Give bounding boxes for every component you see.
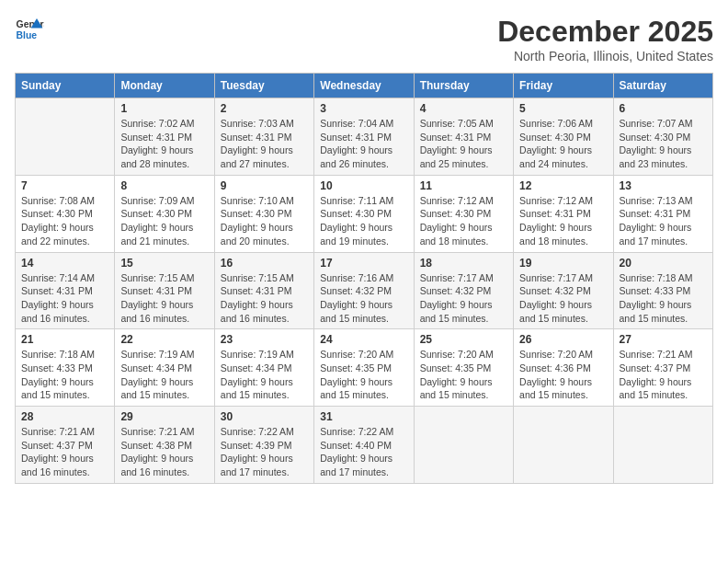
day-number: 2 xyxy=(221,102,308,115)
day-info: Sunrise: 7:20 AMSunset: 4:35 PMDaylight:… xyxy=(320,348,407,402)
logo-icon: General Blue xyxy=(15,15,44,44)
calendar-cell: 24 Sunrise: 7:20 AMSunset: 4:35 PMDaylig… xyxy=(314,329,414,407)
calendar-cell: 25 Sunrise: 7:20 AMSunset: 4:35 PMDaylig… xyxy=(414,329,513,407)
day-number: 29 xyxy=(120,410,208,423)
day-number: 15 xyxy=(120,257,208,270)
day-info: Sunrise: 7:02 AMSunset: 4:31 PMDaylight:… xyxy=(120,117,208,171)
day-info: Sunrise: 7:09 AMSunset: 4:30 PMDaylight:… xyxy=(120,194,208,248)
calendar-cell: 4 Sunrise: 7:05 AMSunset: 4:31 PMDayligh… xyxy=(414,98,513,176)
day-info: Sunrise: 7:21 AMSunset: 4:37 PMDaylight:… xyxy=(21,425,108,479)
day-number: 6 xyxy=(620,102,707,115)
svg-text:Blue: Blue xyxy=(17,30,38,40)
col-saturday: Saturday xyxy=(613,74,712,98)
day-info: Sunrise: 7:14 AMSunset: 4:31 PMDaylight:… xyxy=(21,271,108,326)
col-wednesday: Wednesday xyxy=(314,74,414,98)
day-number: 7 xyxy=(21,179,108,192)
day-number: 13 xyxy=(620,179,707,192)
calendar-cell: 14 Sunrise: 7:14 AMSunset: 4:31 PMDaylig… xyxy=(16,252,115,329)
title-section: December 2025 North Peoria, Illinois, Un… xyxy=(497,15,713,63)
day-number: 4 xyxy=(420,102,507,115)
day-info: Sunrise: 7:20 AMSunset: 4:35 PMDaylight:… xyxy=(420,348,507,402)
day-number: 17 xyxy=(320,257,407,270)
day-number: 5 xyxy=(519,102,607,115)
calendar-table: Sunday Monday Tuesday Wednesday Thursday… xyxy=(15,73,713,484)
day-info: Sunrise: 7:10 AMSunset: 4:30 PMDaylight:… xyxy=(221,194,308,248)
calendar-cell: 30 Sunrise: 7:22 AMSunset: 4:39 PMDaylig… xyxy=(214,407,313,484)
day-info: Sunrise: 7:15 AMSunset: 4:31 PMDaylight:… xyxy=(120,271,208,326)
day-number: 9 xyxy=(221,179,308,192)
day-info: Sunrise: 7:22 AMSunset: 4:40 PMDaylight:… xyxy=(320,425,407,479)
calendar-cell: 31 Sunrise: 7:22 AMSunset: 4:40 PMDaylig… xyxy=(314,407,414,484)
day-info: Sunrise: 7:19 AMSunset: 4:34 PMDaylight:… xyxy=(221,348,308,402)
day-info: Sunrise: 7:12 AMSunset: 4:30 PMDaylight:… xyxy=(420,194,507,248)
day-info: Sunrise: 7:07 AMSunset: 4:30 PMDaylight:… xyxy=(620,117,707,171)
col-tuesday: Tuesday xyxy=(214,74,313,98)
calendar-cell: 23 Sunrise: 7:19 AMSunset: 4:34 PMDaylig… xyxy=(214,329,313,407)
day-info: Sunrise: 7:11 AMSunset: 4:30 PMDaylight:… xyxy=(320,194,407,248)
day-info: Sunrise: 7:08 AMSunset: 4:30 PMDaylight:… xyxy=(21,194,108,248)
day-number: 28 xyxy=(21,410,108,423)
day-number: 26 xyxy=(519,333,607,346)
calendar-cell: 18 Sunrise: 7:17 AMSunset: 4:32 PMDaylig… xyxy=(414,252,513,329)
calendar-cell: 2 Sunrise: 7:03 AMSunset: 4:31 PMDayligh… xyxy=(214,98,313,176)
day-number: 12 xyxy=(519,179,607,192)
calendar-cell: 3 Sunrise: 7:04 AMSunset: 4:31 PMDayligh… xyxy=(314,98,414,176)
day-number: 23 xyxy=(221,333,308,346)
calendar-cell: 26 Sunrise: 7:20 AMSunset: 4:36 PMDaylig… xyxy=(514,329,613,407)
day-info: Sunrise: 7:20 AMSunset: 4:36 PMDaylight:… xyxy=(519,348,607,402)
calendar-cell: 5 Sunrise: 7:06 AMSunset: 4:30 PMDayligh… xyxy=(514,98,613,176)
day-number: 10 xyxy=(320,179,407,192)
day-number: 8 xyxy=(120,179,208,192)
day-number: 27 xyxy=(620,333,707,346)
calendar-cell: 10 Sunrise: 7:11 AMSunset: 4:30 PMDaylig… xyxy=(314,175,414,252)
day-number: 30 xyxy=(221,410,308,423)
calendar-cell: 20 Sunrise: 7:18 AMSunset: 4:33 PMDaylig… xyxy=(613,252,712,329)
calendar-cell: 15 Sunrise: 7:15 AMSunset: 4:31 PMDaylig… xyxy=(115,252,214,329)
day-number: 18 xyxy=(420,257,507,270)
day-number: 11 xyxy=(420,179,507,192)
day-number: 22 xyxy=(120,333,208,346)
calendar-cell: 11 Sunrise: 7:12 AMSunset: 4:30 PMDaylig… xyxy=(414,175,513,252)
calendar-cell: 7 Sunrise: 7:08 AMSunset: 4:30 PMDayligh… xyxy=(16,175,115,252)
day-number: 14 xyxy=(21,257,108,270)
day-info: Sunrise: 7:13 AMSunset: 4:31 PMDaylight:… xyxy=(620,194,707,248)
col-friday: Friday xyxy=(514,74,613,98)
day-info: Sunrise: 7:06 AMSunset: 4:30 PMDaylight:… xyxy=(519,117,607,171)
day-number: 16 xyxy=(221,257,308,270)
calendar-cell: 12 Sunrise: 7:12 AMSunset: 4:31 PMDaylig… xyxy=(514,175,613,252)
calendar-cell xyxy=(414,407,513,484)
page-header: General Blue December 2025 North Peoria,… xyxy=(15,15,713,63)
header-row: Sunday Monday Tuesday Wednesday Thursday… xyxy=(16,74,713,98)
col-sunday: Sunday xyxy=(16,74,115,98)
location: North Peoria, Illinois, United States xyxy=(497,49,713,63)
calendar-cell: 19 Sunrise: 7:17 AMSunset: 4:32 PMDaylig… xyxy=(514,252,613,329)
calendar-week-2: 7 Sunrise: 7:08 AMSunset: 4:30 PMDayligh… xyxy=(16,175,713,252)
calendar-cell: 28 Sunrise: 7:21 AMSunset: 4:37 PMDaylig… xyxy=(16,407,115,484)
col-thursday: Thursday xyxy=(414,74,513,98)
calendar-cell: 9 Sunrise: 7:10 AMSunset: 4:30 PMDayligh… xyxy=(214,175,313,252)
day-info: Sunrise: 7:03 AMSunset: 4:31 PMDaylight:… xyxy=(221,117,308,171)
calendar-cell: 21 Sunrise: 7:18 AMSunset: 4:33 PMDaylig… xyxy=(16,329,115,407)
calendar-cell: 29 Sunrise: 7:21 AMSunset: 4:38 PMDaylig… xyxy=(115,407,214,484)
calendar-cell: 13 Sunrise: 7:13 AMSunset: 4:31 PMDaylig… xyxy=(613,175,712,252)
calendar-cell: 8 Sunrise: 7:09 AMSunset: 4:30 PMDayligh… xyxy=(115,175,214,252)
calendar-week-5: 28 Sunrise: 7:21 AMSunset: 4:37 PMDaylig… xyxy=(16,407,713,484)
day-info: Sunrise: 7:22 AMSunset: 4:39 PMDaylight:… xyxy=(221,425,308,479)
calendar-cell: 16 Sunrise: 7:15 AMSunset: 4:31 PMDaylig… xyxy=(214,252,313,329)
day-number: 3 xyxy=(320,102,407,115)
day-info: Sunrise: 7:17 AMSunset: 4:32 PMDaylight:… xyxy=(519,271,607,326)
day-number: 24 xyxy=(320,333,407,346)
calendar-week-1: 1 Sunrise: 7:02 AMSunset: 4:31 PMDayligh… xyxy=(16,98,713,176)
day-info: Sunrise: 7:15 AMSunset: 4:31 PMDaylight:… xyxy=(221,271,308,326)
calendar-week-3: 14 Sunrise: 7:14 AMSunset: 4:31 PMDaylig… xyxy=(16,252,713,329)
day-number: 19 xyxy=(519,257,607,270)
day-info: Sunrise: 7:19 AMSunset: 4:34 PMDaylight:… xyxy=(120,348,208,402)
calendar-week-4: 21 Sunrise: 7:18 AMSunset: 4:33 PMDaylig… xyxy=(16,329,713,407)
day-number: 20 xyxy=(620,257,707,270)
calendar-cell: 22 Sunrise: 7:19 AMSunset: 4:34 PMDaylig… xyxy=(115,329,214,407)
day-info: Sunrise: 7:18 AMSunset: 4:33 PMDaylight:… xyxy=(620,271,707,326)
day-info: Sunrise: 7:17 AMSunset: 4:32 PMDaylight:… xyxy=(420,271,507,326)
day-number: 25 xyxy=(420,333,507,346)
day-info: Sunrise: 7:16 AMSunset: 4:32 PMDaylight:… xyxy=(320,271,407,326)
day-info: Sunrise: 7:04 AMSunset: 4:31 PMDaylight:… xyxy=(320,117,407,171)
